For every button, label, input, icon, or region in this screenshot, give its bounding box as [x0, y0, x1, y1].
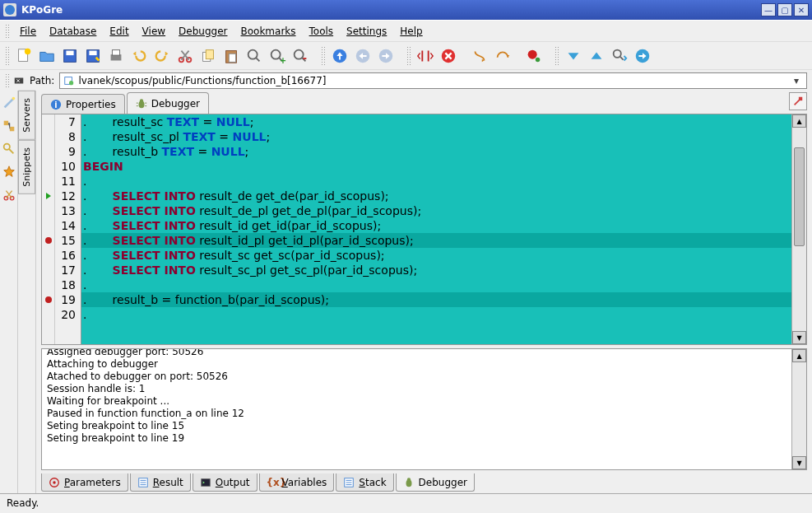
redo-button[interactable]: [151, 45, 173, 67]
svg-rect-41: [799, 97, 802, 100]
marker-column[interactable]: [42, 114, 55, 344]
maximize-button[interactable]: ▢: [777, 3, 792, 16]
log-scrollbar[interactable]: ▲ ▼: [791, 349, 806, 469]
breakpoint-button[interactable]: [523, 45, 545, 67]
close-button[interactable]: ✕: [794, 3, 809, 16]
save-button[interactable]: [59, 45, 81, 67]
scroll-down-icon[interactable]: ▼: [792, 331, 806, 344]
connect-icon[interactable]: [2, 119, 16, 133]
code-body[interactable]: . result_sc TEXT = NULL;. result_sc_pl T…: [81, 114, 791, 344]
btab-result[interactable]: Result: [130, 473, 191, 492]
clear-path-icon[interactable]: [13, 75, 25, 86]
up-button[interactable]: [329, 45, 350, 67]
log-body[interactable]: Assigned debugger port: 50526Attaching t…: [42, 349, 791, 469]
zoom-out-button[interactable]: -: [290, 45, 311, 67]
path-label: Path:: [28, 75, 56, 86]
tab-properties[interactable]: i Properties: [41, 94, 125, 114]
svg-rect-4: [66, 50, 73, 55]
svg-text:+: +: [280, 56, 286, 65]
btab-variables[interactable]: {x} Variables: [259, 473, 335, 492]
scroll-down-icon[interactable]: ▼: [792, 456, 806, 469]
menubar: File Database Edit View Debugger Bookmar…: [0, 20, 812, 41]
cut-snippet-icon[interactable]: [2, 188, 16, 203]
stop-button[interactable]: [438, 45, 459, 67]
menu-file[interactable]: File: [13, 23, 43, 40]
variables-icon: {x}: [267, 477, 278, 488]
sidetab-snippets[interactable]: Snippets: [18, 140, 35, 194]
bottom-tabs: Parameters Result Output {x} Variables S…: [41, 470, 807, 493]
menu-view[interactable]: View: [136, 23, 172, 40]
vertical-scrollbar[interactable]: ▲ ▼: [791, 114, 806, 344]
undo-button[interactable]: [128, 45, 150, 67]
wizard-icon[interactable]: [2, 96, 16, 110]
forward-button[interactable]: [375, 45, 397, 67]
side-tabs: Servers Snippets: [18, 91, 36, 493]
grip-icon: [554, 46, 559, 66]
list-icon: [343, 477, 355, 488]
titlebar: KPoGre — ▢ ✕: [0, 0, 812, 20]
status-text: Ready.: [7, 497, 39, 509]
copy-button[interactable]: [197, 45, 219, 67]
svg-point-40: [139, 99, 142, 102]
save-as-button[interactable]: [82, 45, 104, 67]
bug-icon: [403, 477, 415, 488]
paste-button[interactable]: [220, 45, 242, 67]
back-button[interactable]: [352, 45, 374, 67]
nav-up-button[interactable]: [586, 45, 607, 67]
cut-button[interactable]: [174, 45, 196, 67]
print-button[interactable]: [105, 45, 127, 67]
content: i Properties Debugger 789101112131415161…: [36, 91, 812, 493]
menu-bookmarks[interactable]: Bookmarks: [234, 23, 303, 40]
go-button[interactable]: [632, 45, 653, 67]
toggle-breakpoint-button[interactable]: [415, 45, 436, 67]
key-icon[interactable]: [2, 142, 16, 156]
minimize-button[interactable]: —: [761, 3, 776, 16]
new-button[interactable]: [13, 45, 35, 67]
terminal-icon: [200, 477, 211, 488]
btab-debugger[interactable]: Debugger: [396, 473, 475, 492]
code-editor: 7891011121314151617181920 . result_sc TE…: [41, 114, 807, 345]
step-over-button[interactable]: [492, 45, 513, 67]
pathbar: Path: lvanek/scopus/public/Functions/fun…: [0, 69, 812, 91]
grip-icon: [5, 73, 10, 88]
menu-tools[interactable]: Tools: [303, 23, 341, 40]
search-nav-button[interactable]: [609, 45, 630, 67]
menu-settings[interactable]: Settings: [340, 23, 393, 40]
path-combo[interactable]: lvanek/scopus/public/Functions/function_…: [59, 72, 807, 89]
grip-icon: [406, 46, 411, 66]
scroll-up-icon[interactable]: ▲: [792, 349, 806, 362]
step-into-button[interactable]: [469, 45, 490, 67]
line-gutter[interactable]: 7891011121314151617181920: [55, 114, 81, 344]
svg-point-34: [3, 144, 9, 150]
grip-icon: [5, 24, 10, 39]
sidetab-servers[interactable]: Servers: [18, 91, 35, 140]
menu-database[interactable]: Database: [43, 23, 103, 40]
run-task-button[interactable]: [789, 92, 807, 110]
tab-debugger[interactable]: Debugger: [127, 92, 209, 114]
svg-text:i: i: [54, 100, 57, 109]
menu-edit[interactable]: Edit: [103, 23, 135, 40]
svg-point-30: [69, 81, 73, 85]
scroll-up-icon[interactable]: ▲: [792, 114, 806, 128]
svg-rect-8: [112, 49, 119, 54]
svg-rect-6: [89, 50, 96, 55]
menu-help[interactable]: Help: [393, 23, 429, 40]
log-panel: Assigned debugger port: 50526Attaching t…: [41, 348, 807, 470]
zoom-in-button[interactable]: +: [267, 45, 288, 67]
app-icon: [3, 3, 16, 16]
btab-stack[interactable]: Stack: [336, 473, 393, 492]
btab-output[interactable]: Output: [193, 473, 258, 492]
path-item-icon: [63, 75, 75, 86]
open-button[interactable]: [36, 45, 58, 67]
bookmark-icon[interactable]: [2, 165, 16, 180]
svg-point-24: [528, 49, 537, 58]
chevron-down-icon[interactable]: ▾: [790, 75, 803, 86]
svg-point-2: [25, 48, 30, 54]
tabs-row: i Properties Debugger: [36, 91, 812, 114]
menu-debugger[interactable]: Debugger: [172, 23, 234, 40]
find-button[interactable]: [244, 45, 265, 67]
svg-rect-32: [3, 121, 7, 125]
btab-parameters[interactable]: Parameters: [41, 473, 128, 492]
nav-down-button[interactable]: [563, 45, 584, 67]
scroll-thumb[interactable]: [794, 147, 805, 246]
